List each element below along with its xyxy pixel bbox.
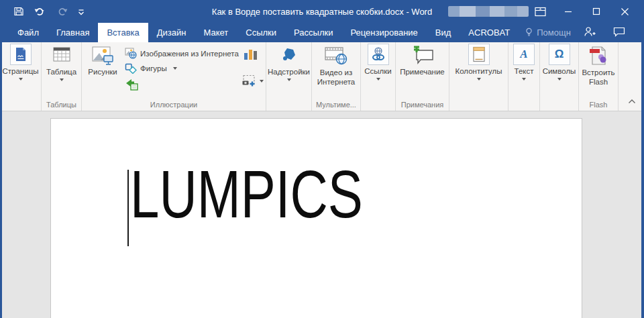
table-dropdown-caret xyxy=(60,78,64,81)
group-header-footer: Колонтитулы xyxy=(449,42,508,111)
group-illustrations: Рисунки Изображения из Интернета Фигуры xyxy=(82,42,266,111)
tab-view[interactable]: Вид xyxy=(427,23,460,42)
tab-references[interactable]: Ссылки xyxy=(237,23,285,42)
undo-button[interactable] xyxy=(34,6,48,17)
tell-me-box[interactable]: Помощн xyxy=(519,23,578,42)
group-flash: Встроить Flash Flash xyxy=(579,42,619,111)
shapes-dropdown-caret xyxy=(173,67,177,70)
redo-icon xyxy=(58,6,68,17)
redo-button[interactable] xyxy=(58,6,68,17)
save-button[interactable] xyxy=(13,6,24,17)
text-cursor xyxy=(127,170,129,246)
comment-button[interactable]: Примечание xyxy=(396,44,449,76)
tab-acrobat[interactable]: ACROBAT xyxy=(460,23,519,42)
embed-flash-button[interactable]: Встроить Flash xyxy=(579,44,618,87)
header-footer-button[interactable]: Колонтитулы xyxy=(449,44,508,81)
pages-button[interactable]: Страницы xyxy=(0,44,41,81)
addins-button[interactable]: Надстройки xyxy=(266,44,311,81)
ribbon-insert: Страницы Таблица Таблицы xyxy=(0,42,644,111)
embed-flash-label: Встроить Flash xyxy=(580,68,617,87)
group-text: A Текст xyxy=(508,42,540,111)
ribbon-end-spacer xyxy=(619,42,644,111)
pictures-label: Рисунки xyxy=(88,68,117,76)
tab-home[interactable]: Главная xyxy=(48,23,98,42)
table-label: Таблица xyxy=(46,68,76,76)
minimize-icon xyxy=(564,7,572,15)
links-button[interactable]: Ссылки xyxy=(361,44,395,81)
person-add-icon xyxy=(584,26,596,37)
tab-insert[interactable]: Вставка xyxy=(98,23,148,42)
close-icon xyxy=(621,7,629,16)
online-video-label: Видео из Интернета xyxy=(315,68,357,87)
maximize-icon xyxy=(592,7,600,15)
text-button[interactable]: A Текст xyxy=(508,44,539,81)
symbols-icon-glyph: Ω xyxy=(555,48,564,61)
group-addins: Надстройки xyxy=(266,42,312,111)
text-icon: A xyxy=(513,44,535,65)
table-icon xyxy=(52,44,71,67)
maximize-button[interactable] xyxy=(585,0,608,23)
group-links: Ссылки xyxy=(361,42,396,111)
user-name-redacted xyxy=(448,6,529,17)
ribbon-display-options-button[interactable] xyxy=(529,0,551,23)
tabrow-right-icons xyxy=(584,23,644,42)
tables-group-label: Таблицы xyxy=(42,101,81,109)
tell-me-label: Помощн xyxy=(537,28,571,38)
customize-quick-access-button[interactable] xyxy=(78,8,85,15)
header-footer-dropdown-caret xyxy=(477,78,481,81)
tab-mailings[interactable]: Рассылки xyxy=(285,23,341,42)
symbols-icon: Ω xyxy=(549,44,570,65)
pages-dropdown-caret xyxy=(19,78,23,81)
online-video-button[interactable]: Видео из Интернета xyxy=(312,44,360,87)
flash-group-label: Flash xyxy=(579,101,618,109)
symbols-dropdown-caret xyxy=(557,78,561,81)
text-icon-glyph: A xyxy=(520,48,527,61)
header-footer-icon xyxy=(468,44,490,65)
word-window: Как в Ворде поставить квадратные скобки.… xyxy=(0,0,644,318)
group-pages: Страницы xyxy=(0,42,42,111)
smartart-button[interactable] xyxy=(125,78,138,91)
symbols-button[interactable]: Ω Символы xyxy=(540,44,578,81)
pictures-button[interactable]: Рисунки xyxy=(82,44,123,76)
shapes-button[interactable]: Фигуры xyxy=(125,63,177,74)
close-button[interactable] xyxy=(613,0,636,23)
tab-design[interactable]: Дизайн xyxy=(148,23,195,42)
collapse-ribbon-button[interactable] xyxy=(628,95,636,107)
pages-icon xyxy=(10,44,32,65)
document-text: LUMPICS xyxy=(130,160,363,227)
addins-label: Надстройки xyxy=(268,68,310,76)
shapes-icon xyxy=(125,63,137,74)
screenshot-icon xyxy=(241,74,258,87)
comments-group-label: Примечания xyxy=(396,101,449,109)
table-button[interactable]: Таблица xyxy=(42,44,81,81)
ribbon-tab-row: Файл Главная Вставка Дизайн Макет Ссылки… xyxy=(0,23,644,42)
online-pictures-label: Изображения из Интернета xyxy=(140,50,239,58)
symbols-label: Символы xyxy=(543,67,576,75)
titlebar: Как в Ворде поставить квадратные скобки.… xyxy=(0,0,644,23)
comment-icon xyxy=(411,44,434,67)
screenshot-button[interactable] xyxy=(241,74,264,87)
document-page[interactable]: LUMPICS xyxy=(50,118,582,318)
quick-access-toolbar xyxy=(13,6,85,17)
flash-icon xyxy=(588,44,608,67)
chevron-down-bar-icon xyxy=(78,8,85,15)
illustrations-group-label: Иллюстрации xyxy=(82,101,266,109)
lightbulb-icon xyxy=(525,28,533,38)
tab-review[interactable]: Рецензирование xyxy=(341,23,426,42)
online-video-icon xyxy=(324,44,348,67)
share-button[interactable] xyxy=(584,26,596,39)
header-footer-label: Колонтитулы xyxy=(455,67,502,75)
pictures-icon xyxy=(91,44,114,67)
links-icon xyxy=(368,44,389,65)
tab-layout[interactable]: Макет xyxy=(195,23,237,42)
online-pictures-button[interactable]: Изображения из Интернета xyxy=(125,48,239,59)
speech-bubble-icon xyxy=(613,27,625,37)
tab-file[interactable]: Файл xyxy=(9,23,48,42)
save-icon xyxy=(13,6,24,17)
comments-pane-button[interactable] xyxy=(613,27,625,39)
chart-button[interactable] xyxy=(244,49,257,60)
window-controls xyxy=(529,0,636,23)
minimize-button[interactable] xyxy=(557,0,580,23)
chevron-up-icon xyxy=(628,99,636,104)
text-dropdown-caret xyxy=(522,78,526,81)
